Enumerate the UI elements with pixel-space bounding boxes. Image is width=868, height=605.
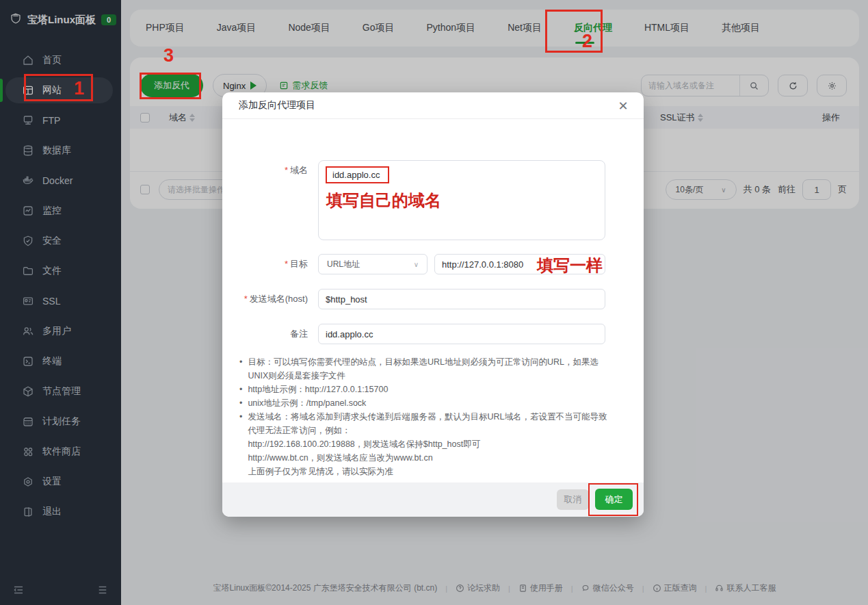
modal-footer: 取消 确定 [222, 482, 644, 517]
remark-input[interactable] [318, 324, 605, 344]
target-type-select[interactable]: URL地址 ∨ [318, 254, 428, 274]
modal-title: 添加反向代理项目 [239, 99, 315, 112]
annotation-domain-note: 填写自己的域名 [326, 190, 441, 211]
target-field-label: *目标 [222, 258, 308, 270]
help-list: •目标：可以填写你需要代理的站点，目标如果选URL地址则必须为可正常访问的URL… [239, 355, 612, 478]
annotation-target-note: 填写一样 [537, 255, 603, 276]
send-host-field-label: *发送域名(host) [222, 293, 308, 305]
cancel-button[interactable]: 取消 [557, 489, 589, 510]
help-item: •发送域名：将域名添加到请求头传递到后端服务器，默认为目标URL域名，若设置不当… [239, 410, 612, 478]
domain-field-label: *域名 [222, 164, 308, 177]
baota-panel: 宝塔Linux面板 0 首页 网站 FTP 数据库 [0, 0, 868, 605]
remark-field-label: 备注 [222, 328, 308, 340]
modal-body: *域名 idd.applo.cc 填写自己的域名 *目标 URL地址 ∨ 填写一… [222, 119, 644, 414]
add-reverse-proxy-modal: 添加反向代理项目 ✕ *域名 idd.applo.cc 填写自己的域名 *目标 … [222, 92, 644, 517]
modal-header: 添加反向代理项目 ✕ [222, 92, 644, 119]
help-item: •目标：可以填写你需要代理的站点，目标如果选URL地址则必须为可正常访问的URL… [239, 355, 612, 383]
close-icon[interactable]: ✕ [615, 98, 631, 114]
chevron-down-icon: ∨ [414, 261, 419, 268]
help-item: •http地址示例：http://127.0.0.1:15700 [239, 383, 612, 396]
confirm-button[interactable]: 确定 [595, 489, 633, 510]
domain-value-annotated: idd.applo.cc [326, 166, 389, 183]
send-host-input[interactable] [318, 289, 605, 309]
help-item: •unix地址示例：/tmp/panel.sock [239, 396, 612, 410]
